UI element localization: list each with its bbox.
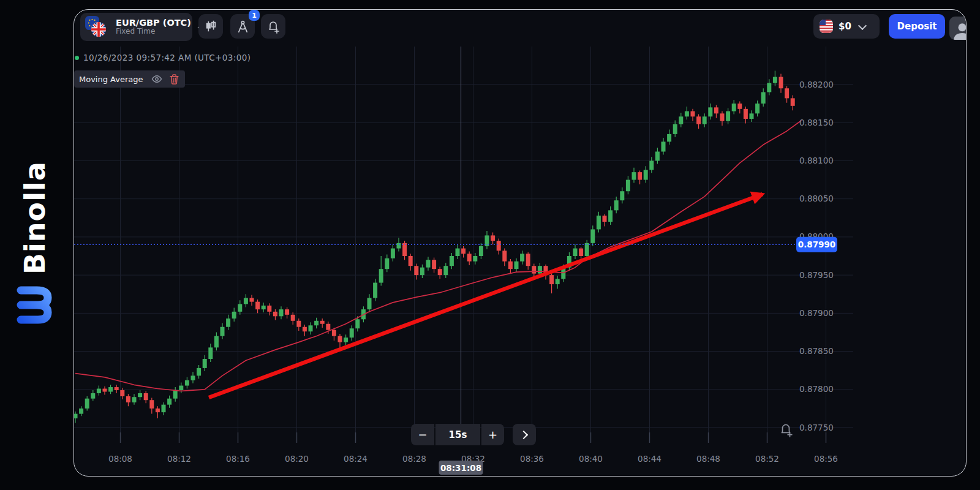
chart-datetime-row: 10/26/2023 09:57:42 AM (UTC+03:00) (75, 53, 251, 62)
candle-body (514, 262, 519, 269)
candle-body (579, 249, 583, 256)
candle-body (285, 309, 289, 315)
candlestick-chart-icon (204, 20, 217, 33)
candle-body (385, 258, 389, 269)
candle-body (79, 409, 83, 414)
candle-body (497, 241, 501, 251)
asset-name: EUR/GBP (OTC) (116, 18, 191, 28)
chevron-right-icon (519, 430, 527, 439)
candle-body (691, 111, 695, 117)
trash-icon[interactable] (170, 74, 179, 85)
candle-body (502, 251, 507, 261)
candle-body (179, 386, 183, 390)
price-axis-label: 0.88200 (799, 80, 834, 89)
deposit-button[interactable]: Deposit (889, 14, 945, 39)
candle-body (644, 170, 648, 179)
candle-body (638, 172, 642, 179)
candle-body (773, 77, 777, 83)
time-axis-label: 08:52 (755, 454, 779, 464)
uk-flag-icon (91, 22, 106, 37)
candle-body (115, 387, 119, 390)
candle-body (603, 216, 607, 222)
price-axis-label: 0.87850 (799, 346, 834, 356)
add-alert-button[interactable] (775, 418, 797, 440)
zoom-in-button[interactable]: + (481, 424, 504, 445)
avatar[interactable] (949, 17, 967, 40)
candle-body (608, 210, 612, 222)
candle-body (97, 389, 101, 393)
candle-body (585, 243, 589, 256)
candle-body (267, 306, 271, 312)
candle-body (532, 266, 536, 273)
candle-body (279, 309, 284, 316)
candle-body (167, 399, 172, 405)
time-axis-label: 08:16 (226, 454, 250, 464)
account-balance-selector[interactable]: $0 (813, 14, 880, 39)
candle-body (526, 254, 530, 266)
candle-body (126, 396, 130, 402)
grid-layer (74, 47, 853, 432)
time-axis-label: 08:56 (814, 454, 838, 464)
candle-body (726, 111, 730, 121)
candle-body (185, 380, 189, 386)
candle-body (368, 298, 372, 309)
candle-body (296, 321, 301, 327)
indicators-button[interactable]: 1 (230, 14, 255, 39)
time-axis-label: 08:48 (696, 454, 720, 464)
indicator-chip-moving-average[interactable]: Moving Average (74, 70, 185, 88)
candle-body (332, 330, 336, 336)
candle-body (355, 319, 360, 328)
chart-type-button[interactable] (198, 14, 223, 39)
alerts-button[interactable] (261, 14, 285, 39)
candle-body (85, 399, 89, 409)
candle-body (744, 109, 748, 119)
candle-body (108, 387, 113, 391)
indicators-count-badge: 1 (249, 10, 260, 21)
price-axis-label: 0.88050 (799, 194, 834, 203)
candle-body (614, 200, 619, 210)
candle-body (91, 393, 95, 399)
candle-body (649, 160, 654, 170)
candle-body (326, 324, 330, 330)
candle-body (685, 111, 689, 117)
candle-body (655, 152, 660, 161)
candle-body (556, 279, 560, 284)
candle-body (255, 302, 260, 309)
asset-flags (85, 15, 111, 39)
candle-body (779, 77, 783, 89)
candle-body (262, 306, 266, 309)
asset-selector[interactable]: EUR/GBP (OTC) Fixed Time (80, 13, 192, 41)
candle-body (138, 393, 142, 397)
candle-body (409, 256, 413, 266)
candle-body (344, 337, 348, 342)
account-balance: $0 (839, 21, 851, 32)
candle-body (450, 256, 454, 266)
candle-body (320, 321, 325, 324)
scroll-forward-button[interactable] (513, 424, 536, 445)
candle-body (250, 298, 254, 301)
zoom-out-button[interactable]: − (411, 424, 434, 445)
candle-body (461, 249, 466, 254)
price-axis-label: 0.87800 (799, 384, 834, 394)
svg-text:0.87990: 0.87990 (798, 239, 836, 249)
eye-icon[interactable] (151, 74, 162, 84)
candle-body (203, 359, 207, 368)
candle-body (350, 328, 354, 337)
candle-body (620, 191, 624, 200)
app-window: Binolla 08:0808:1208:1608:2008:2408:2808… (0, 0, 980, 490)
candle-body (214, 336, 219, 348)
time-axis-label: 08:40 (579, 454, 603, 464)
brand-logo-icon (12, 284, 56, 325)
candle-body (132, 397, 137, 402)
candle-body (149, 400, 154, 409)
price-axis-label: 0.88150 (799, 118, 834, 127)
price-chart[interactable]: 08:0808:1208:1608:2008:2408:2808:3208:36… (74, 10, 967, 477)
candle-body (221, 327, 225, 336)
indicator-label: Moving Average (79, 75, 143, 84)
candle-body (443, 266, 448, 275)
candle-body (573, 249, 578, 256)
interval-button[interactable]: 15s (435, 424, 480, 445)
candle-body (791, 98, 795, 105)
candle-body (750, 113, 754, 119)
candle-body (432, 260, 436, 269)
